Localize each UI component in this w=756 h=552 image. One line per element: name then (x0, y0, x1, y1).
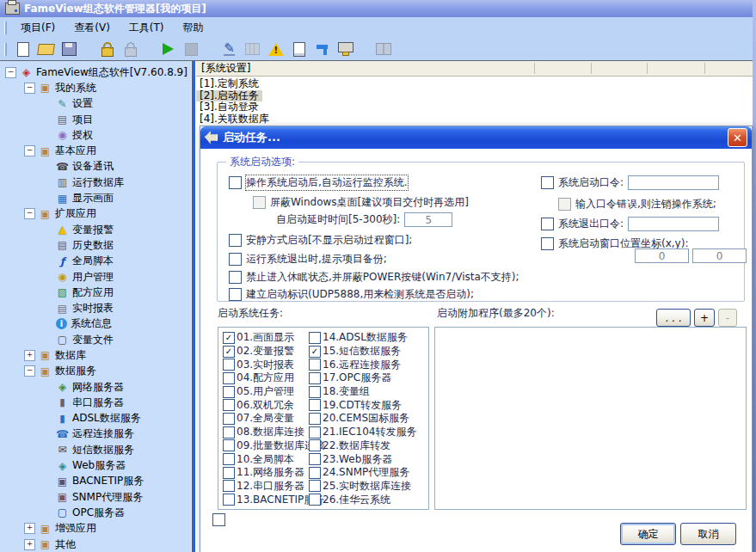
task-item[interactable]: 24.SNMP代理服务 (309, 466, 417, 480)
tree-item[interactable]: ▣SNMP代理服务 (0, 489, 191, 505)
menu-item-project[interactable]: 项目(F) (11, 18, 65, 38)
settings-list-item[interactable]: [3].自动登录 (196, 101, 262, 113)
settings-list-item[interactable]: [1].定制系统 (196, 78, 262, 90)
task-item[interactable]: 21.IEC104转发服务 (309, 426, 417, 439)
run-button[interactable] (157, 40, 179, 58)
tree-item[interactable]: ▢变量文件 (0, 332, 191, 347)
wrong-password-checkbox[interactable] (558, 198, 571, 211)
lock-button[interactable] (120, 40, 141, 58)
task-item[interactable]: 26.佳华云系统 (309, 493, 417, 506)
autorun-checkbox[interactable] (229, 176, 242, 189)
addon-programs-list[interactable] (434, 327, 747, 510)
task-checkbox[interactable] (309, 332, 321, 344)
task-checkbox[interactable] (309, 439, 321, 451)
tree-item[interactable]: ▲变量报警 (0, 222, 191, 237)
task-item[interactable]: 16.远程连接服务 (309, 358, 417, 371)
no-sleep-checkbox[interactable] (229, 271, 242, 284)
task-checkbox[interactable] (223, 413, 235, 425)
menu-item-view[interactable]: 查看(V) (65, 18, 120, 38)
tree-item[interactable]: +▣数据库 (0, 347, 191, 363)
task-checkbox[interactable] (223, 439, 235, 451)
window-pos-y-input[interactable] (692, 248, 747, 263)
task-item[interactable]: 18.变量组 (309, 385, 417, 399)
settings-list-item[interactable]: [4].关联数据库 (196, 113, 273, 126)
task-checkbox[interactable] (223, 346, 235, 358)
tree-item[interactable]: ▮ADSL数据服务 (0, 411, 191, 426)
collapse-icon[interactable]: − (24, 145, 35, 156)
book-button[interactable] (372, 40, 394, 58)
backup-prompt-checkbox[interactable] (229, 253, 242, 266)
table-button[interactable] (242, 40, 263, 58)
startup-flag-checkbox[interactable] (229, 288, 242, 301)
task-item[interactable]: 19.CDT转发服务 (309, 398, 417, 412)
task-checkbox[interactable] (309, 399, 321, 411)
exit-password-checkbox[interactable] (541, 218, 554, 230)
server-button[interactable] (335, 40, 356, 58)
task-checkbox[interactable] (309, 413, 321, 425)
task-checkbox[interactable] (223, 426, 235, 439)
task-item[interactable]: 14.ADSL数据服务 (309, 331, 417, 345)
data-source-button[interactable] (311, 40, 333, 58)
tree-item[interactable]: ◉用户管理 (0, 269, 191, 285)
tree-item[interactable]: −▣基本应用 (0, 143, 191, 158)
task-item[interactable]: 25.实时数据库连接 (309, 480, 417, 494)
tree-item[interactable]: −◈FameView组态软件[V7.60.8.9] (0, 64, 191, 80)
task-checkbox[interactable] (309, 386, 321, 398)
alarm-button[interactable] (265, 40, 286, 58)
project-tree[interactable]: −◈FameView组态软件[V7.60.8.9]−▣我的系统✎设置▤项目◉授权… (0, 61, 191, 552)
task-checkbox[interactable] (309, 346, 321, 358)
task-checkbox[interactable] (223, 480, 235, 492)
menu-item-tools[interactable]: 工具(T) (120, 18, 174, 38)
tree-item[interactable]: −▣扩展应用 (0, 206, 191, 222)
tree-item[interactable]: ▮串口服务器 (0, 395, 191, 410)
expand-icon[interactable]: + (24, 539, 35, 550)
task-checkbox[interactable] (223, 372, 235, 384)
tree-item[interactable]: ◈Web服务器 (0, 457, 191, 473)
stop-button[interactable] (181, 40, 202, 58)
save-button[interactable] (58, 40, 80, 58)
task-checkbox[interactable] (309, 494, 321, 506)
task-checkbox[interactable] (223, 386, 235, 398)
cancel-button[interactable]: 取消 (680, 523, 736, 545)
task-checkbox[interactable] (309, 426, 321, 439)
collapse-icon[interactable]: − (24, 365, 35, 377)
unlock-button[interactable] (96, 40, 118, 58)
tree-item[interactable]: ▤历史数据 (0, 237, 191, 253)
task-checkbox[interactable] (223, 494, 235, 506)
mask-desktop-checkbox[interactable] (253, 196, 266, 209)
tree-item[interactable]: +▣增强应用 (0, 521, 191, 537)
tree-item[interactable]: ▢OPC服务器 (0, 505, 191, 520)
task-checkbox[interactable] (309, 372, 321, 384)
browse-button[interactable]: . . . (656, 309, 691, 327)
task-item[interactable]: 22.数据库转发 (309, 439, 417, 453)
expand-icon[interactable]: + (24, 350, 35, 361)
task-checkbox[interactable] (223, 332, 235, 344)
tree-item[interactable]: ◉授权 (0, 127, 191, 143)
tree-item[interactable]: +▣其他 (0, 537, 191, 552)
collapse-icon[interactable]: − (24, 83, 35, 94)
tree-item[interactable]: ✉短信数据服务 (0, 442, 191, 457)
close-icon[interactable]: ✕ (728, 128, 747, 147)
tree-item[interactable]: i系统信息 (0, 316, 191, 332)
window-pos-checkbox[interactable] (541, 237, 554, 250)
tree-item[interactable]: −▣数据服务 (0, 364, 191, 379)
task-item[interactable]: 15.短信数据服务 (309, 345, 417, 359)
task-item[interactable]: 20.CEMS国标服务 (309, 412, 417, 426)
open-project-button[interactable] (35, 40, 57, 58)
settings-list-item[interactable]: [2].启动任务 (196, 90, 262, 102)
task-checkbox[interactable] (309, 453, 321, 465)
remove-addon-button[interactable]: - (718, 309, 737, 327)
task-checkbox[interactable] (223, 453, 235, 465)
delay-input[interactable] (404, 212, 452, 227)
tree-item[interactable]: ▤项目 (0, 112, 191, 127)
task-item[interactable]: 17.OPC服务器 (309, 371, 417, 385)
task-checkbox[interactable] (309, 359, 321, 371)
exit-password-input[interactable] (628, 217, 719, 231)
task-item[interactable]: 23.Web服务器 (309, 452, 417, 466)
collapse-icon[interactable]: − (5, 67, 16, 78)
window-pos-x-input[interactable] (635, 248, 689, 263)
tree-item[interactable]: ▧配方应用 (0, 285, 191, 300)
tree-item[interactable]: ✎设置 (0, 96, 191, 112)
new-file-button[interactable] (12, 40, 34, 58)
start-password-input[interactable] (628, 175, 719, 190)
